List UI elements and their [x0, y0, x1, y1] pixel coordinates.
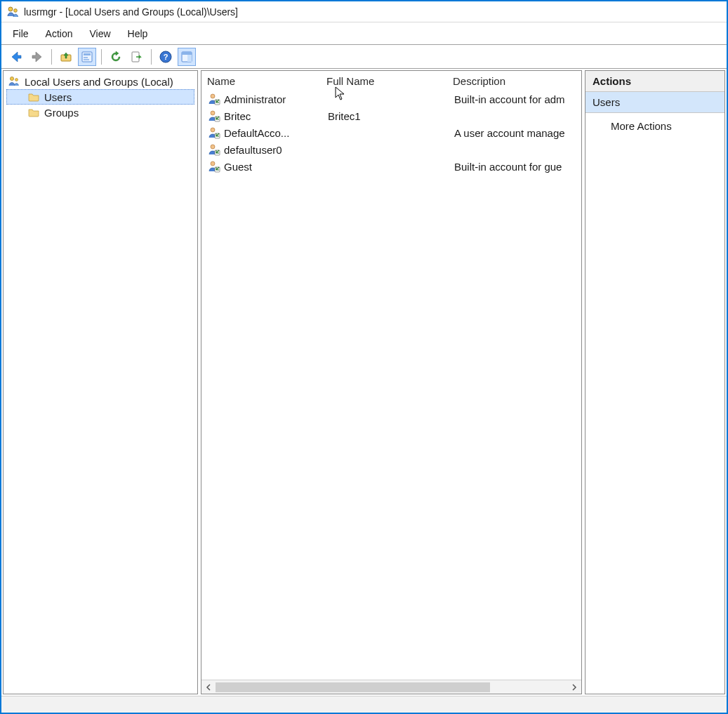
- folder-icon: [27, 91, 40, 103]
- user-name: defaultuser0: [224, 144, 328, 156]
- menu-file[interactable]: File: [6, 25, 39, 42]
- statusbar: [1, 696, 727, 713]
- user-row[interactable]: DefaultAcco... A user account manage: [204, 124, 581, 141]
- up-folder-button[interactable]: [57, 48, 75, 66]
- toolbar: ?: [1, 45, 727, 69]
- horizontal-scrollbar[interactable]: [201, 680, 581, 694]
- svg-point-15: [211, 94, 215, 98]
- actions-header: Actions: [585, 71, 724, 92]
- app-icon: [6, 5, 20, 19]
- show-hide-pane-button[interactable]: [178, 48, 196, 66]
- svg-point-17: [211, 111, 215, 115]
- svg-point-0: [8, 7, 13, 11]
- user-icon: [207, 143, 221, 157]
- list-pane: Name Full Name Description Administrator…: [201, 70, 582, 694]
- column-header-name[interactable]: Name: [207, 75, 326, 87]
- user-icon: [207, 92, 221, 106]
- column-header-description[interactable]: Description: [453, 75, 578, 87]
- user-description: A user account manage: [454, 127, 578, 139]
- user-name: Britec: [224, 110, 328, 122]
- user-full-name: Britec1: [328, 110, 454, 122]
- tree: Local Users and Groups (Local) Users Gro…: [4, 71, 197, 123]
- svg-point-13: [10, 77, 13, 80]
- user-description: Built-in account for adm: [454, 93, 578, 105]
- user-row[interactable]: Guest Built-in account for gue: [204, 158, 581, 175]
- actions-pane: Actions Users More Actions: [585, 70, 725, 694]
- toolbar-separator: [151, 49, 152, 65]
- user-name: Guest: [224, 161, 328, 173]
- workspace: Local Users and Groups (Local) Users Gro…: [1, 69, 727, 696]
- tree-pane: Local Users and Groups (Local) Users Gro…: [3, 70, 198, 694]
- actions-section-users[interactable]: Users: [585, 92, 724, 113]
- users-groups-root-icon: [8, 75, 20, 88]
- svg-point-14: [15, 79, 18, 81]
- svg-text:?: ?: [164, 53, 168, 61]
- user-icon: [207, 126, 221, 140]
- menu-help[interactable]: Help: [121, 25, 158, 42]
- scroll-right-icon[interactable]: [567, 681, 581, 694]
- tree-root-label: Local Users and Groups (Local): [25, 76, 173, 88]
- window-title: lusrmgr - [Local Users and Groups (Local…: [24, 6, 238, 18]
- nav-forward-button[interactable]: [28, 48, 46, 66]
- tree-root[interactable]: Local Users and Groups (Local): [6, 74, 194, 89]
- svg-point-21: [211, 145, 215, 149]
- column-header-full-name[interactable]: Full Name: [326, 75, 453, 87]
- more-actions-item[interactable]: More Actions: [585, 113, 724, 139]
- svg-rect-11: [182, 52, 192, 55]
- svg-point-23: [211, 161, 215, 166]
- svg-point-1: [14, 8, 18, 12]
- menu-view[interactable]: View: [82, 25, 120, 42]
- svg-rect-6: [84, 59, 89, 60]
- tree-item-groups[interactable]: Groups: [6, 105, 194, 120]
- user-description: Built-in account for gue: [454, 161, 578, 173]
- user-row[interactable]: defaultuser0: [204, 141, 581, 158]
- svg-rect-4: [84, 53, 91, 55]
- user-row[interactable]: Administrator Built-in account for adm: [204, 91, 581, 107]
- export-button[interactable]: [128, 48, 146, 66]
- user-icon: [207, 159, 221, 173]
- titlebar: lusrmgr - [Local Users and Groups (Local…: [1, 1, 727, 22]
- list-body: Administrator Built-in account for adm B…: [201, 91, 581, 680]
- scrollbar-thumb[interactable]: [216, 682, 490, 692]
- folder-icon: [27, 106, 40, 119]
- user-name: DefaultAcco...: [224, 127, 328, 139]
- svg-point-19: [211, 128, 215, 132]
- menubar: File Action View Help: [1, 22, 727, 45]
- list-header: Name Full Name Description: [201, 71, 581, 91]
- svg-rect-12: [187, 55, 192, 62]
- nav-back-button[interactable]: [7, 48, 25, 66]
- help-button[interactable]: ?: [157, 48, 175, 66]
- user-icon: [207, 109, 221, 123]
- svg-rect-5: [84, 57, 88, 58]
- user-row[interactable]: Britec Britec1: [204, 107, 581, 124]
- properties-button[interactable]: [78, 48, 96, 66]
- refresh-button[interactable]: [107, 48, 125, 66]
- tree-item-label: Users: [44, 91, 72, 103]
- scroll-left-icon[interactable]: [201, 681, 216, 694]
- tree-item-users[interactable]: Users: [6, 89, 194, 105]
- toolbar-separator: [51, 49, 52, 65]
- tree-item-label: Groups: [44, 107, 79, 119]
- menu-action[interactable]: Action: [39, 25, 83, 42]
- scrollbar-track[interactable]: [216, 681, 567, 694]
- toolbar-separator: [101, 49, 102, 65]
- user-name: Administrator: [224, 93, 328, 105]
